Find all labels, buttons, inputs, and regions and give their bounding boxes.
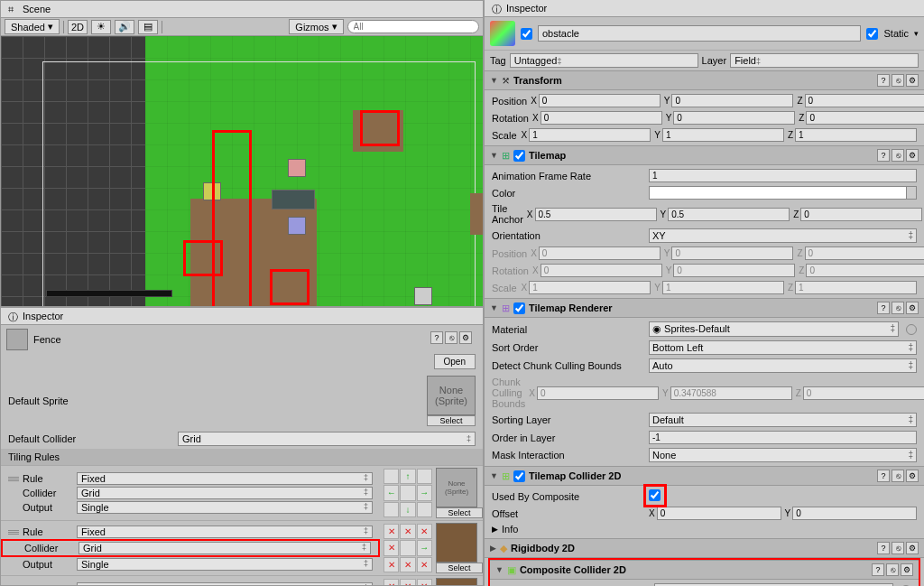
active-toggle[interactable] xyxy=(521,28,532,40)
tiling-rules-header: Tiling Rules xyxy=(1,449,483,465)
tilemap-header[interactable]: ▼⊞ Tilemap ?⎋⚙ xyxy=(485,145,924,165)
scl-z[interactable] xyxy=(795,128,917,142)
help-icon[interactable]: ? xyxy=(430,331,443,344)
help-icon[interactable]: ? xyxy=(877,302,890,314)
tag-dropdown[interactable]: Untagged xyxy=(510,53,698,68)
rule-dropdown[interactable]: Fixed xyxy=(77,526,373,538)
offset-x[interactable] xyxy=(657,507,781,520)
gear-icon[interactable]: ⚙ xyxy=(906,542,919,554)
inspector-tab-bottom[interactable]: ⓘ Inspector xyxy=(1,308,483,325)
scene-tab[interactable]: ⌗ Scene xyxy=(1,1,483,18)
default-collider-dropdown[interactable]: Grid xyxy=(178,432,476,446)
gear-icon[interactable]: ⚙ xyxy=(901,563,913,576)
default-sprite-label: Default Sprite xyxy=(8,395,171,406)
sort-dropdown[interactable]: Bottom Left xyxy=(649,340,917,355)
transform-icon: ⤱ xyxy=(502,75,510,87)
dccb-dropdown[interactable]: Auto xyxy=(649,358,917,373)
gameobject-icon xyxy=(490,21,515,46)
collider-icon: ⊞ xyxy=(502,470,510,482)
rule-select-button[interactable]: Select xyxy=(436,507,483,518)
rigidbody-header[interactable]: ▶◆ Rigidbody 2D ?⎋⚙ xyxy=(485,538,924,558)
preset-icon[interactable]: ⎋ xyxy=(445,331,457,344)
scl-x[interactable] xyxy=(529,128,651,142)
pos-x[interactable] xyxy=(539,94,661,107)
material-field[interactable]: ◉ Sprites-Default xyxy=(649,321,899,337)
rule-neighbors[interactable]: ✕✕✕✕→✕✕✕ xyxy=(383,524,432,572)
output-dropdown[interactable]: Single xyxy=(77,558,373,571)
audio-toggle[interactable]: 🔊 xyxy=(115,20,134,34)
fx-toggle[interactable]: ▤ xyxy=(138,20,158,34)
help-icon[interactable]: ? xyxy=(877,149,890,162)
gizmos-dropdown[interactable]: Gizmos▾ xyxy=(289,19,343,34)
mask-dropdown[interactable]: None xyxy=(649,448,917,462)
orientation-dropdown[interactable]: XY xyxy=(649,228,917,243)
help-icon[interactable]: ? xyxy=(877,542,890,554)
renderer-header[interactable]: ▼⊞ Tilemap Renderer ?⎋⚙ xyxy=(485,298,924,318)
2d-toggle[interactable]: 2D xyxy=(68,20,88,34)
transform-header[interactable]: ▼⤱ Transform ?⎋⚙ xyxy=(485,70,924,90)
object-picker-icon[interactable] xyxy=(906,324,917,335)
shaded-dropdown[interactable]: Shaded▾ xyxy=(5,19,60,34)
help-icon[interactable]: ? xyxy=(872,563,884,576)
rule-sprite[interactable] xyxy=(436,578,477,586)
scene-search[interactable] xyxy=(347,20,479,33)
help-icon[interactable]: ? xyxy=(877,470,890,482)
pos-y[interactable] xyxy=(671,94,793,107)
static-label: Static xyxy=(883,28,909,39)
order-field[interactable] xyxy=(649,431,917,444)
gameobject-name-field[interactable] xyxy=(538,25,861,42)
renderer-enable[interactable] xyxy=(513,302,525,314)
preset-icon[interactable]: ⎋ xyxy=(892,542,904,554)
preset-icon[interactable]: ⎋ xyxy=(892,74,904,87)
scl-y[interactable] xyxy=(662,128,784,142)
rot-x[interactable] xyxy=(541,111,662,125)
info-foldout[interactable]: Info xyxy=(502,524,518,535)
help-icon[interactable]: ? xyxy=(877,74,890,87)
rule-select-button[interactable]: Select xyxy=(436,563,483,573)
static-toggle[interactable] xyxy=(866,28,878,40)
layer-label: Layer xyxy=(702,55,727,66)
collider-dropdown[interactable]: Grid xyxy=(79,542,371,554)
lighting-toggle[interactable]: ☀ xyxy=(91,20,111,34)
preset-icon[interactable]: ⎋ xyxy=(892,302,904,314)
preset-icon[interactable]: ⎋ xyxy=(892,470,904,482)
gear-icon[interactable]: ⚙ xyxy=(906,74,919,87)
rot-y[interactable] xyxy=(673,111,795,125)
afr-field[interactable] xyxy=(649,169,917,182)
gear-icon[interactable]: ⚙ xyxy=(906,149,919,162)
rule-sprite[interactable]: None (Sprite) xyxy=(436,468,477,507)
inspector-tab[interactable]: ⓘ Inspector xyxy=(485,0,924,17)
pos-z[interactable] xyxy=(805,94,924,107)
collider-dropdown[interactable]: Grid xyxy=(77,487,373,499)
color-field[interactable] xyxy=(649,186,917,200)
open-button[interactable]: Open xyxy=(434,354,476,369)
default-sprite-field[interactable]: None (Sprite) xyxy=(427,376,476,415)
sorting-layer-dropdown[interactable]: Default xyxy=(649,413,917,427)
gear-icon[interactable]: ⚙ xyxy=(906,302,919,314)
anchor-z[interactable] xyxy=(800,208,922,221)
tilemap-enable[interactable] xyxy=(513,150,525,162)
collider2d-header[interactable]: ▼⊞ Tilemap Collider 2D ?⎋⚙ xyxy=(485,466,924,486)
gear-icon[interactable]: ⚙ xyxy=(906,470,919,482)
scene-panel: ⌗ Scene Shaded▾ 2D ☀ 🔊 ▤ Gizmos▾ xyxy=(0,0,484,307)
rule-dropdown[interactable]: Fixed xyxy=(77,472,373,485)
inspector-icon: ⓘ xyxy=(492,3,503,14)
gear-icon[interactable]: ⚙ xyxy=(459,331,472,344)
anchor-x[interactable] xyxy=(535,208,657,221)
rot-z[interactable] xyxy=(806,111,924,125)
rule-sprite[interactable] xyxy=(436,523,477,563)
anchor-y[interactable] xyxy=(668,208,790,221)
scene-view[interactable] xyxy=(1,36,483,306)
rule-dropdown[interactable]: Fixed xyxy=(77,582,373,586)
offset-y[interactable] xyxy=(792,507,917,520)
output-dropdown[interactable]: Single xyxy=(77,501,373,514)
composite-icon: ▣ xyxy=(507,564,516,576)
rule-neighbors[interactable]: ↑←→↓ xyxy=(383,469,432,517)
select-sprite-button[interactable]: Select xyxy=(427,415,476,426)
preset-icon[interactable]: ⎋ xyxy=(892,149,904,162)
preset-icon[interactable]: ⎋ xyxy=(886,563,899,576)
collider2d-enable[interactable] xyxy=(513,470,525,482)
layer-dropdown[interactable]: Field xyxy=(730,53,919,68)
composite-header[interactable]: ▼▣ Composite Collider 2D ?⎋⚙ xyxy=(490,560,919,580)
rule-neighbors[interactable]: ✕✕✕←✕✕✕✕ xyxy=(383,579,432,586)
